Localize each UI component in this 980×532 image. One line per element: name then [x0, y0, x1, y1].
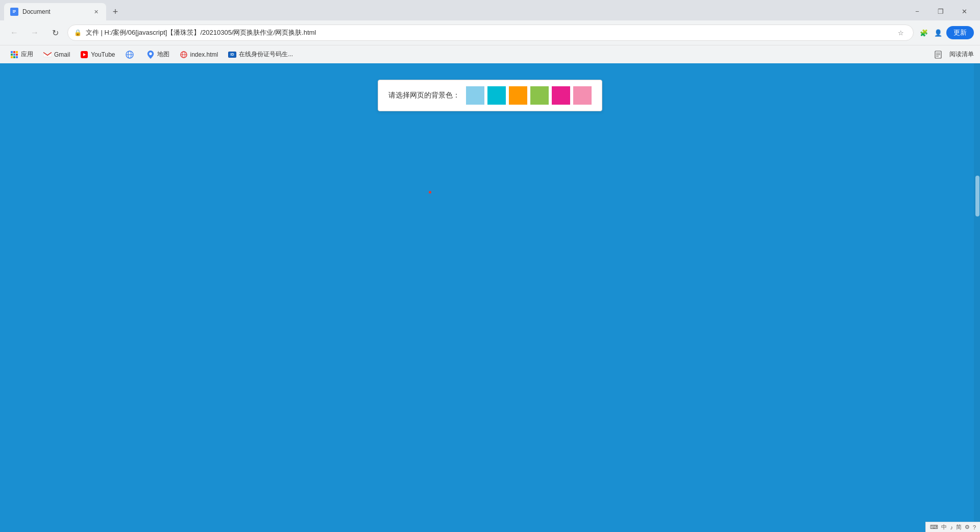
update-button[interactable]: 更新: [946, 26, 974, 39]
youtube-icon: [80, 51, 88, 59]
ime-label: 简: [956, 523, 962, 531]
bookmark-index-label: index.html: [190, 51, 218, 58]
bookmark-id-card[interactable]: ID 在线身份证号码生...: [224, 48, 297, 61]
lock-icon: 🔒: [74, 29, 82, 36]
tab-bar: Document ✕ + − ❐ ✕: [0, 0, 980, 20]
bookmark-youtube[interactable]: YouTube: [76, 49, 119, 61]
close-button[interactable]: ✕: [952, 4, 976, 19]
apps-grid-icon: [10, 51, 18, 59]
bookmark-gmail-label: Gmail: [54, 51, 70, 58]
picker-label: 请选择网页的背景色：: [388, 91, 460, 100]
reading-list-icon[interactable]: [930, 49, 946, 61]
svg-rect-5: [13, 54, 15, 56]
id-card-icon: ID: [228, 51, 236, 59]
svg-rect-2: [13, 51, 15, 53]
help-icon: ?: [973, 524, 976, 530]
svg-rect-4: [11, 54, 13, 56]
bookmarks-bar: 应用 Gmail YouTube: [0, 45, 980, 63]
active-tab[interactable]: Document ✕: [4, 3, 106, 20]
tab-title: Document: [22, 8, 88, 15]
language-indicator: 中: [941, 523, 947, 531]
globe-icon: [180, 51, 188, 59]
color-swatches: [466, 86, 592, 105]
refresh-button[interactable]: ↻: [47, 25, 63, 41]
bookmark-translate[interactable]: [121, 49, 140, 61]
svg-rect-6: [16, 54, 18, 56]
maximize-button[interactable]: ❐: [929, 4, 952, 19]
back-button[interactable]: ←: [6, 25, 22, 41]
svg-rect-3: [16, 51, 18, 53]
new-tab-button[interactable]: +: [108, 5, 122, 19]
forward-button[interactable]: →: [27, 25, 43, 41]
bookmark-maps[interactable]: 地图: [142, 48, 174, 61]
bookmark-apps[interactable]: 应用: [6, 48, 37, 61]
status-bar: ⌨ 中 ♪ 简 ⚙ ?: [925, 522, 980, 532]
swatch-orange[interactable]: [509, 86, 527, 105]
svg-rect-7: [11, 56, 13, 58]
bookmark-gmail[interactable]: Gmail: [39, 49, 74, 61]
svg-point-13: [149, 52, 152, 55]
reading-list-label: 阅读清单: [949, 50, 974, 59]
swatch-light-blue[interactable]: [466, 86, 484, 105]
window-controls: − ❐ ✕: [905, 4, 976, 19]
bookmark-maps-label: 地图: [157, 50, 169, 59]
profile-icon[interactable]: 👤: [932, 27, 944, 39]
bookmark-id-card-label: 在线身份证号码生...: [239, 50, 293, 59]
keyboard-icon: ⌨: [930, 524, 938, 530]
nav-actions: 🧩 👤 更新: [918, 26, 974, 39]
sound-icon: ♪: [950, 524, 953, 530]
scrollbar-thumb[interactable]: [975, 176, 979, 216]
tab-close-button[interactable]: ✕: [92, 8, 100, 16]
swatch-light-pink[interactable]: [573, 86, 592, 105]
svg-text:ID: ID: [231, 53, 234, 56]
navigation-bar: ← → ↻ 🔒 文件 | H:/案例/06[javascript]【潘珠茨】/2…: [0, 20, 980, 45]
extensions-icon[interactable]: 🧩: [918, 27, 930, 39]
tab-favicon: [10, 8, 18, 16]
maps-icon: [146, 51, 155, 59]
bookmark-apps-label: 应用: [21, 50, 33, 59]
address-actions: ☆: [895, 27, 907, 39]
svg-rect-8: [13, 56, 15, 58]
gmail-icon: [43, 51, 52, 59]
bookmark-index[interactable]: index.html: [176, 49, 223, 61]
minimize-button[interactable]: −: [905, 4, 929, 19]
swatch-pink[interactable]: [552, 86, 570, 105]
svg-rect-1: [11, 51, 13, 53]
page-content-area: 请选择网页的背景色： ⌨ 中 ♪ 简 ⚙ ?: [0, 63, 980, 532]
color-picker-panel: 请选择网页的背景色：: [378, 80, 602, 111]
settings-icon: ⚙: [965, 524, 970, 530]
translate-icon: [126, 51, 134, 59]
url-text: 文件 | H:/案例/06[javascript]【潘珠茨】/20210305/…: [86, 28, 891, 37]
bookmark-youtube-label: YouTube: [91, 51, 115, 58]
address-bar[interactable]: 🔒 文件 | H:/案例/06[javascript]【潘珠茨】/2021030…: [67, 25, 914, 41]
swatch-cyan[interactable]: [487, 86, 506, 105]
cursor-dot: [429, 191, 431, 194]
scrollbar-track: [974, 63, 980, 532]
swatch-green[interactable]: [530, 86, 549, 105]
svg-rect-9: [16, 56, 18, 58]
browser-window: Document ✕ + − ❐ ✕ ← → ↻ 🔒 文件 | H:/案例/06…: [0, 0, 980, 532]
bookmark-star-icon[interactable]: ☆: [895, 27, 907, 39]
